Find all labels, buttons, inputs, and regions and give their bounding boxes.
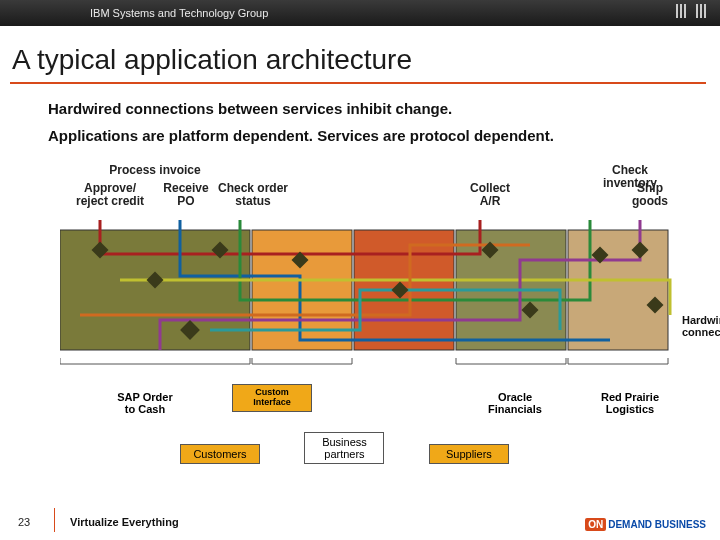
slide-footer: 23 Virtualize Everything ONDEMAND BUSINE… <box>0 508 720 532</box>
label-check-order: Check order status <box>208 182 298 208</box>
bullet-2: Applications are platform dependent. Ser… <box>48 127 690 144</box>
box-customers: Customers <box>180 444 260 464</box>
architecture-diagram: Process invoice Approve/ reject credit R… <box>60 164 690 424</box>
actor-row: Customers Business partners Suppliers <box>180 432 549 464</box>
label-redprairie: Red Prairie Logistics <box>580 388 680 418</box>
label-collect-ar: Collect A/R <box>455 182 525 208</box>
ibm-logo <box>676 0 720 26</box>
label-hardwired: Hardwired connections <box>682 314 720 338</box>
slide-title: A typical application architecture <box>0 26 720 78</box>
title-underline <box>10 82 706 84</box>
label-custom-interface: Custom Interface <box>232 384 312 412</box>
label-ship-goods: Ship goods <box>620 182 680 208</box>
brackets <box>60 358 668 364</box>
bullet-list: Hardwired connections between services i… <box>0 94 720 160</box>
svg-rect-1 <box>252 230 352 350</box>
bullet-1: Hardwired connections between services i… <box>48 100 690 117</box>
footer-separator <box>54 508 55 532</box>
footer-tagline: Virtualize Everything <box>70 516 179 528</box>
label-process-invoice: Process invoice <box>90 164 220 177</box>
slide-header: IBM Systems and Technology Group <box>0 0 720 26</box>
box-suppliers: Suppliers <box>429 444 509 464</box>
svg-rect-4 <box>568 230 668 350</box>
label-receive-po: Receive PO <box>156 182 216 208</box>
box-partners: Business partners <box>304 432 384 464</box>
page-number: 23 <box>18 516 30 528</box>
top-labels: Process invoice Approve/ reject credit R… <box>60 164 690 220</box>
ondemand-badge: ONDEMAND BUSINESS <box>585 519 706 530</box>
system-labels: SAP Order to Cash Custom Interface Oracl… <box>60 376 690 424</box>
label-oracle: Oracle Financials <box>470 388 560 418</box>
label-sap: SAP Order to Cash <box>100 388 190 418</box>
diagram-svg <box>60 220 690 370</box>
header-group-label: IBM Systems and Technology Group <box>0 0 268 26</box>
label-approve-reject: Approve/ reject credit <box>70 182 150 208</box>
